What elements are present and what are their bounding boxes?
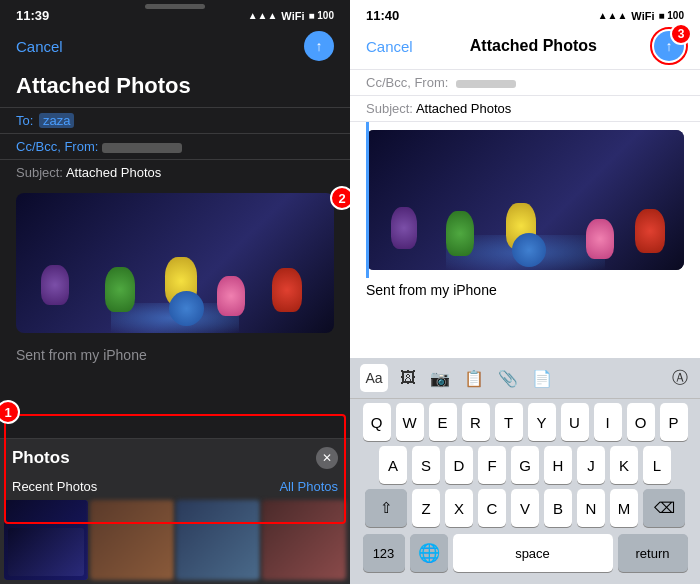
- key-z[interactable]: Z: [412, 489, 440, 527]
- key-v[interactable]: V: [511, 489, 539, 527]
- key-y[interactable]: Y: [528, 403, 556, 441]
- key-o[interactable]: O: [627, 403, 655, 441]
- right-char-pink: [586, 219, 614, 259]
- keyboard-photo-icon[interactable]: 🖼: [398, 369, 418, 387]
- key-l[interactable]: L: [643, 446, 671, 484]
- left-status-right: ▲▲▲ WiFi ■ 100: [248, 10, 334, 22]
- key-t[interactable]: T: [495, 403, 523, 441]
- all-photos-link[interactable]: All Photos: [279, 479, 338, 494]
- key-i[interactable]: I: [594, 403, 622, 441]
- photos-sub-header: Recent Photos All Photos: [0, 477, 350, 500]
- right-char-red: [635, 209, 665, 253]
- left-subject-field: Subject: Attached Photos: [0, 159, 350, 185]
- key-e[interactable]: E: [429, 403, 457, 441]
- right-movie-scene: [366, 130, 684, 270]
- backspace-key[interactable]: ⌫: [643, 489, 685, 527]
- left-time: 11:39: [16, 8, 49, 23]
- ccbcc-value: [102, 143, 182, 153]
- battery-left: ■ 100: [308, 10, 334, 21]
- ccbcc-label: Cc/Bcc, From:: [16, 139, 98, 154]
- right-battery: ■ 100: [658, 10, 684, 21]
- key-d[interactable]: D: [445, 446, 473, 484]
- key-s[interactable]: S: [412, 446, 440, 484]
- right-email-title: Attached Photos: [470, 37, 597, 55]
- key-h[interactable]: H: [544, 446, 572, 484]
- recent-photos-label: Recent Photos: [12, 479, 97, 494]
- pill-indicator: [145, 4, 205, 9]
- right-wifi-icon: WiFi: [631, 10, 654, 22]
- photo-thumb-2[interactable]: [90, 500, 174, 580]
- right-nav-bar: Cancel Attached Photos ↑ 3: [350, 27, 700, 70]
- key-u[interactable]: U: [561, 403, 589, 441]
- keyboard[interactable]: Aa 🖼 📷 📋 📎 📄 Ⓐ Q W E R T Y U I O P A: [350, 358, 700, 584]
- keyboard-aa-button[interactable]: Aa: [360, 364, 388, 392]
- right-time: 11:40: [366, 8, 399, 23]
- char-blue: [169, 291, 204, 326]
- keyboard-paperclip-icon[interactable]: 📎: [496, 369, 520, 388]
- key-r[interactable]: R: [462, 403, 490, 441]
- photos-panel: Photos ✕ Recent Photos All Photos: [0, 438, 350, 584]
- right-ccbcc-field: Cc/Bcc, From:: [350, 70, 700, 96]
- left-to-field: To: zaza: [0, 107, 350, 133]
- key-row-1: Q W E R T Y U I O P: [354, 403, 696, 441]
- key-w[interactable]: W: [396, 403, 424, 441]
- subject-label: Subject:: [16, 165, 63, 180]
- key-row-3: ⇧ Z X C V B N M ⌫: [354, 489, 696, 527]
- right-sent-from: Sent from my iPhone: [350, 278, 700, 302]
- key-f[interactable]: F: [478, 446, 506, 484]
- key-row-2: A S D F G H J K L: [354, 446, 696, 484]
- left-email-title: Attached Photos: [0, 69, 350, 107]
- char-red: [272, 268, 302, 312]
- globe-key[interactable]: 🌐: [410, 534, 448, 572]
- key-q[interactable]: Q: [363, 403, 391, 441]
- key-m[interactable]: M: [610, 489, 638, 527]
- key-b[interactable]: B: [544, 489, 572, 527]
- key-k[interactable]: K: [610, 446, 638, 484]
- right-send-button[interactable]: ↑ 3: [654, 31, 684, 61]
- left-sent-from: Sent from my iPhone: [0, 341, 350, 369]
- right-subject-field: Subject: Attached Photos: [350, 96, 700, 122]
- photo-thumb-4[interactable]: [262, 500, 346, 580]
- left-attached-image: [16, 193, 334, 333]
- key-c[interactable]: C: [478, 489, 506, 527]
- key-x[interactable]: X: [445, 489, 473, 527]
- left-cancel-button[interactable]: Cancel: [16, 38, 63, 55]
- char-green: [105, 267, 135, 312]
- right-panel: 11:40 ▲▲▲ WiFi ■ 100 Cancel Attached Pho…: [350, 0, 700, 584]
- photos-header: Photos ✕: [0, 439, 350, 477]
- right-status-bar: 11:40 ▲▲▲ WiFi ■ 100: [350, 0, 700, 27]
- right-cancel-button[interactable]: Cancel: [366, 38, 413, 55]
- key-a[interactable]: A: [379, 446, 407, 484]
- keyboard-docs-icon[interactable]: 📄: [530, 369, 554, 388]
- left-nav-bar: Cancel ↑: [0, 27, 350, 69]
- keyboard-bottom-padding: [350, 578, 700, 584]
- keyboard-clipboard-icon[interactable]: 📋: [462, 369, 486, 388]
- photos-close-button[interactable]: ✕: [316, 447, 338, 469]
- left-border-indicator: [366, 122, 369, 278]
- right-status-right: ▲▲▲ WiFi ■ 100: [598, 10, 684, 22]
- right-char-green: [446, 211, 474, 256]
- return-key[interactable]: return: [618, 534, 688, 572]
- char-pink: [217, 276, 245, 316]
- key-p[interactable]: P: [660, 403, 688, 441]
- left-panel: 11:39 ▲▲▲ WiFi ■ 100 Cancel ↑ Attached P…: [0, 0, 350, 584]
- keyboard-camera-icon[interactable]: 📷: [428, 369, 452, 388]
- to-label: To:: [16, 113, 33, 128]
- keyboard-toolbar: Aa 🖼 📷 📋 📎 📄 Ⓐ: [350, 358, 700, 399]
- key-n[interactable]: N: [577, 489, 605, 527]
- key-g[interactable]: G: [511, 446, 539, 484]
- photo-thumb-3[interactable]: [176, 500, 260, 580]
- right-ccbcc-label: Cc/Bcc, From:: [366, 75, 448, 90]
- left-send-button[interactable]: ↑: [304, 31, 334, 61]
- space-key[interactable]: space: [453, 534, 613, 572]
- key-j[interactable]: J: [577, 446, 605, 484]
- left-ccbcc-field: Cc/Bcc, From:: [0, 133, 350, 159]
- movie-scene: [16, 193, 334, 333]
- key-rows: Q W E R T Y U I O P A S D F G H J K L: [350, 399, 700, 534]
- keyboard-format-icon[interactable]: Ⓐ: [670, 368, 690, 389]
- shift-key[interactable]: ⇧: [365, 489, 407, 527]
- right-ccbcc-value: [456, 80, 516, 88]
- photo-thumb-1[interactable]: [4, 500, 88, 580]
- numbers-key[interactable]: 123: [363, 534, 405, 572]
- to-value[interactable]: zaza: [39, 113, 74, 128]
